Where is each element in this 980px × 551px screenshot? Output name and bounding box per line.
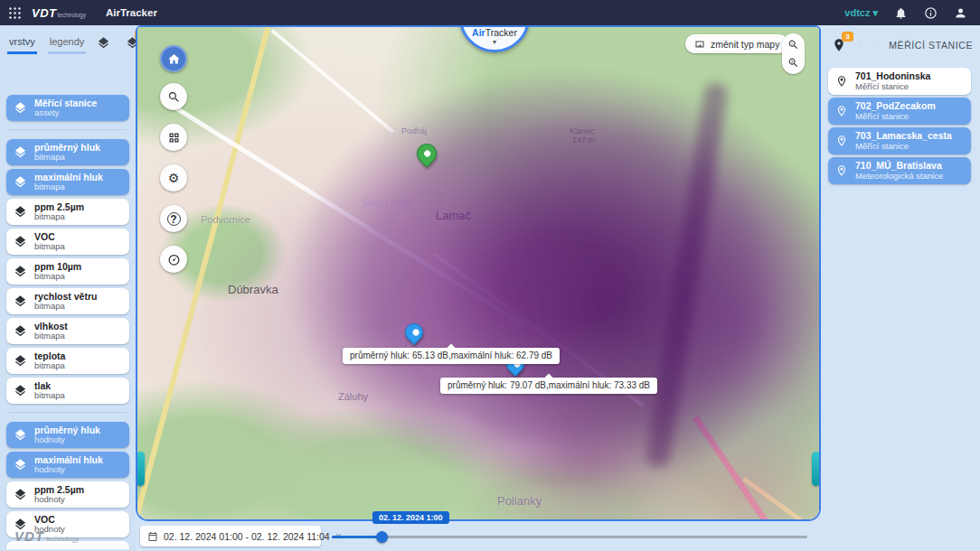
time-slider[interactable] xyxy=(332,530,807,543)
layer-subtitle: assety xyxy=(34,108,97,117)
left-drawer-handle[interactable] xyxy=(137,452,145,486)
map-label: Starý Lamač xyxy=(362,198,412,208)
station-item-710[interactable]: 710_MÚ_Bratislava Meteorologická stanice xyxy=(828,157,971,184)
pin-icon xyxy=(835,164,848,177)
basemap xyxy=(137,27,819,519)
layers-icon xyxy=(14,354,27,368)
layer-item-ppm25-hodnoty[interactable]: ppm 2.5µm hodnoty xyxy=(6,481,129,508)
layer-subtitle: bitmapa xyxy=(34,361,65,370)
layer-item-voc-bitmapa[interactable]: VOC bitmapa xyxy=(6,229,129,255)
layer-subtitle: bitmapa xyxy=(34,332,68,341)
map-label: Záluhy xyxy=(338,391,368,402)
layer-item-teplota-bitmapa[interactable]: teplota bitmapa xyxy=(6,348,129,374)
layers-outline-icon[interactable] xyxy=(97,36,110,50)
user-menu[interactable]: vdtcz ▾ xyxy=(844,7,878,19)
tab-legendy[interactable]: legendy xyxy=(48,31,87,54)
layer-item-rychlost-vetru-bitmapa[interactable]: rychlost větru bitmapa xyxy=(6,288,129,314)
station-list[interactable]: 701_Hodoninska Měřící stanice 702_PodZec… xyxy=(821,68,980,184)
tab-vrstvy[interactable]: vrstvy xyxy=(7,31,37,54)
right-drawer-handle[interactable] xyxy=(812,452,820,486)
layer-item-maximalni-hluk-hodnoty[interactable]: maximální hluk hodnoty xyxy=(6,452,129,478)
layers-icon xyxy=(14,488,27,501)
zoom-in-icon[interactable] xyxy=(787,57,799,69)
layers-icon xyxy=(14,145,27,159)
layer-subtitle: hodnoty xyxy=(34,495,84,504)
slider-fill xyxy=(332,536,382,538)
pin-outline-icon[interactable] xyxy=(860,38,861,52)
user-menu-label: vdtcz xyxy=(844,7,870,18)
apps-grid-icon[interactable] xyxy=(8,6,21,19)
layers-icon xyxy=(14,324,27,338)
app-title: AirTracker xyxy=(106,7,157,18)
vdt-logo-sub: technology xyxy=(58,12,86,18)
search-icon[interactable] xyxy=(874,38,875,52)
grid-view-button[interactable] xyxy=(160,124,187,151)
bell-icon[interactable] xyxy=(894,6,908,20)
map-label: Klanec xyxy=(570,126,595,135)
map-label: Polianky xyxy=(497,494,542,508)
layer-item-maximalni-hluk-bitmapa[interactable]: maximální hluk bitmapa xyxy=(6,169,129,195)
station-item-702[interactable]: 702_PodZecakom Měřící stanice xyxy=(828,98,971,125)
road-yellow xyxy=(136,25,277,521)
layers-panel: vrstvy legendy 4 Měřící stanice assety p… xyxy=(0,25,136,551)
divider xyxy=(9,129,127,130)
station-type: Měřící stanice xyxy=(855,142,952,151)
layer-item-prumerny-hluk-bitmapa[interactable]: průměrný hluk bitmapa xyxy=(6,139,129,165)
slider-tooltip: 02. 12. 2024 1:00 xyxy=(372,511,449,524)
dashboard-gauge-button[interactable] xyxy=(160,246,187,273)
help-icon: ? xyxy=(167,212,181,226)
date-range-picker[interactable]: 02. 12. 2024 01:00 - 02. 12. 2024 11:04 … xyxy=(140,526,321,546)
layer-list[interactable]: Měřící stanice assety průměrný hluk bitm… xyxy=(0,78,136,549)
timeline-bar: 02. 12. 2024 01:00 - 02. 12. 2024 11:04 … xyxy=(0,521,980,551)
badge-title-rest: Tracker xyxy=(485,27,517,38)
layers-icon xyxy=(14,265,27,278)
slider-track[interactable] xyxy=(332,536,807,538)
home-button[interactable] xyxy=(160,45,187,72)
map-label: Podháj xyxy=(401,126,427,135)
zoom-out-icon[interactable] xyxy=(787,39,799,51)
station-type: Meteorologická stanice xyxy=(855,172,943,181)
map-label: 147 m xyxy=(572,135,595,145)
layers-icon xyxy=(14,458,27,472)
help-button[interactable]: ? xyxy=(160,205,187,232)
layer-item-prumerny-hluk-hodnoty[interactable]: průměrný hluk hodnoty xyxy=(6,422,129,448)
station-type: Měřící stanice xyxy=(855,112,936,121)
vdt-logo: VDT xyxy=(32,6,57,20)
pin-filled-icon[interactable]: 3 xyxy=(832,38,846,52)
layers-icon xyxy=(14,235,27,248)
airtracker-badge-title: AirTracker xyxy=(462,27,527,38)
stations-title: MĚŘÍCÍ STANICE xyxy=(889,40,973,51)
settings-button[interactable]: ⚙ xyxy=(160,164,187,191)
layers-icon xyxy=(14,205,27,219)
map-canvas[interactable]: Podháj Starý Lamač Lamač Podvornice Dúbr… xyxy=(136,25,821,521)
layer-subtitle: hodnoty xyxy=(34,465,103,474)
measurement-tooltip-2: průměrný hluk: 79.07 dB,maximální hluk: … xyxy=(440,378,657,394)
layer-item-tlak-bitmapa[interactable]: tlak bitmapa xyxy=(6,378,129,404)
station-type: Měřící stanice xyxy=(855,82,930,91)
layer-item-merici-stanice[interactable]: Měřící stanice assety xyxy=(6,95,129,121)
top-navbar: VDT technology AirTracker vdtcz ▾ xyxy=(0,0,980,25)
layer-subtitle: bitmapa xyxy=(34,242,65,251)
layer-item-ppm10-bitmapa[interactable]: ppm 10µm bitmapa xyxy=(6,258,129,285)
layers-icon xyxy=(14,428,27,442)
layers-tabs: vrstvy legendy 4 xyxy=(0,29,136,56)
layers-icon xyxy=(14,294,27,308)
layer-subtitle: bitmapa xyxy=(34,153,100,162)
pin-icon xyxy=(835,135,848,147)
layer-item-vlhkost-bitmapa[interactable]: vlhkost bitmapa xyxy=(6,318,129,344)
slider-thumb[interactable] xyxy=(376,531,388,543)
person-icon[interactable] xyxy=(954,6,967,20)
layer-item-ppm25-bitmapa[interactable]: ppm 2.5µm bitmapa xyxy=(6,199,129,225)
search-map-button[interactable] xyxy=(160,83,187,110)
layer-subtitle: bitmapa xyxy=(34,182,103,191)
change-map-type-button[interactable]: změnit typ mapy xyxy=(685,34,788,53)
road-pink xyxy=(693,416,774,521)
station-item-703[interactable]: 703_Lamacska_cesta Měřící stanice xyxy=(828,127,971,154)
map-label: Lamač xyxy=(436,209,471,222)
badge-title-accent: Air xyxy=(472,27,485,38)
pin-icon xyxy=(835,75,848,88)
stations-header: 3 MĚŘÍCÍ STANICE xyxy=(832,33,973,57)
info-icon[interactable] xyxy=(924,6,938,20)
layer-subtitle: hodnoty xyxy=(34,435,100,444)
station-item-701[interactable]: 701_Hodoninska Měřící stanice xyxy=(828,68,971,95)
